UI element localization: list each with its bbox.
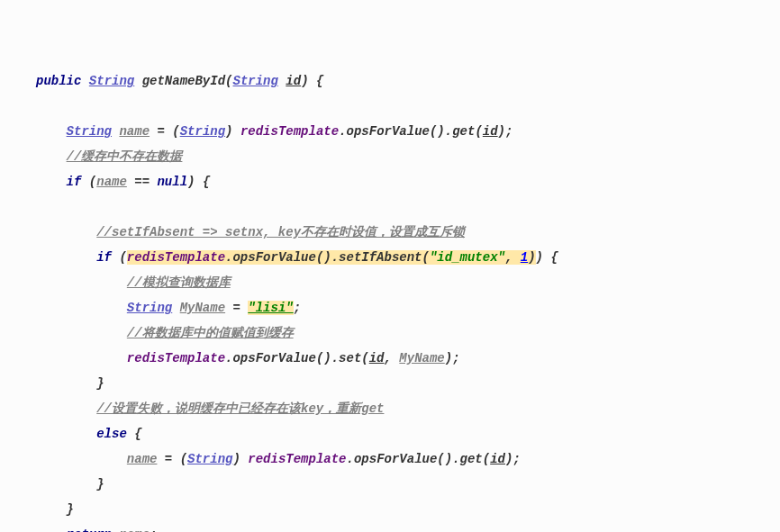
string-id-mutex: "id_mutex" [430,250,505,265]
semicolon: ; [294,301,301,315]
arg-id: id [490,452,505,466]
brace-close: } [96,477,104,491]
code-block: public String getNameById(String id) { S… [36,68,744,532]
paren-open: ( [119,250,126,265]
keyword-public: public [36,74,81,88]
op-assign: = [232,301,240,315]
paren-open: ( [172,124,179,139]
op-assign: = [165,452,172,466]
paren-open: ( [89,175,96,189]
keyword-if: if [67,175,82,189]
string-lisi: "lisi" [248,301,293,315]
comment-set-failed: //设置失败，说明缓存中已经存在该key，重新get [96,401,384,416]
cast-type: String [180,124,225,139]
field-redistemplate: redisTemplate [127,351,225,365]
paren-open: ( [475,124,482,139]
comma: , [385,351,400,365]
dot: . [339,124,346,139]
arg-myname: MyName [399,351,444,365]
method-opsforvalue: opsForValue [232,351,315,365]
arg-id: id [483,124,498,139]
type-string: String [67,124,112,139]
brace-open: { [134,427,141,441]
keyword-return: return [67,527,112,532]
field-redistemplate: redisTemplate [248,452,346,466]
semicolon: ; [150,527,157,532]
brace-open: { [316,74,323,88]
param-name: id [286,74,301,88]
method-set: set [339,351,361,365]
literal-one: 1 [521,250,528,265]
keyword-if: if [96,250,112,265]
comment-assign-cache: //将数据库中的值赋值到缓存 [127,326,294,340]
paren-open: ( [422,250,430,265]
paren-close: ) [232,452,240,466]
param-type: String [232,74,277,88]
brace-open: { [203,175,210,189]
brace-close: } [67,502,74,517]
paren-open: ( [361,351,368,365]
field-redistemplate: redisTemplate [127,250,225,265]
paren-close-semi: ); [445,351,460,365]
field-redistemplate: redisTemplate [240,124,339,139]
comment-cache-not-exist: //缓存中不存在数据 [67,149,183,164]
paren-close: ) [301,74,308,88]
parens: (). [316,250,339,265]
arg-id: id [369,351,385,365]
method-get: get [460,452,483,466]
var-name: name [127,452,158,466]
method-opsforvalue: opsForValue [347,124,430,139]
method-name: getNameById [142,74,225,88]
op-eq: == [134,175,150,189]
var-name: name [119,527,150,532]
paren-open: ( [180,452,187,466]
comma: , [505,250,521,265]
keyword-else: else [96,427,127,441]
method-opsforvalue: opsForValue [232,250,315,265]
method-get: get [452,124,475,139]
parens: (). [430,124,452,139]
type-string: String [127,301,172,315]
brace-open: { [550,250,558,265]
paren-close: ) [528,250,535,265]
parens: (). [437,452,459,466]
comment-simulate-db: //模拟查询数据库 [127,275,231,290]
keyword-null: null [157,175,187,189]
var-name: name [96,175,127,189]
paren-close: ) [187,175,195,189]
paren-open: ( [483,452,490,466]
cast-type: String [187,452,232,466]
paren-close-semi: ); [498,124,513,139]
op-assign: = [157,124,164,139]
var-myname: MyName [180,301,225,315]
method-opsforvalue: opsForValue [354,452,437,466]
paren-close: ) [536,250,543,265]
brace-close: } [96,376,104,391]
paren-close-semi: ); [505,452,521,466]
method-setifabsent: setIfAbsent [339,250,422,265]
parens: (). [316,351,339,365]
type-string: String [89,74,134,88]
paren-close: ) [225,124,232,139]
var-name: name [119,124,150,139]
dot: . [347,452,354,466]
comment-setifabsent: //setIfAbsent => setnx, key不存在时设值，设置成互斥锁 [96,225,465,239]
